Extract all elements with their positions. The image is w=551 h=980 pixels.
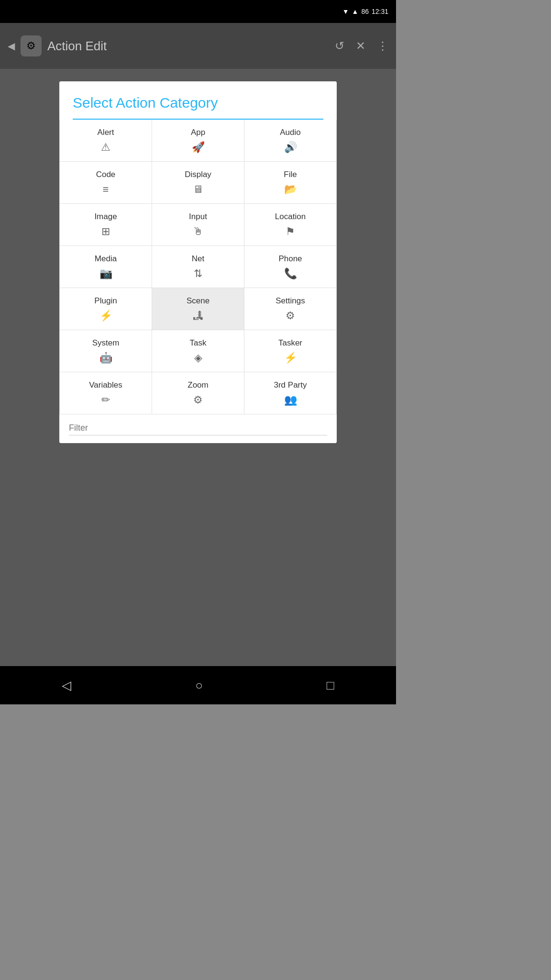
category-grid: Alert⚠App🚀Audio🔊Code≡Display🖥File📂Image⊞… xyxy=(59,120,337,414)
category-cell-app[interactable]: App🚀 xyxy=(152,120,244,162)
category-label: Alert xyxy=(98,128,114,137)
category-label: Location xyxy=(275,212,306,222)
input-icon: 🖱 xyxy=(193,225,203,238)
alert-icon: ⚠ xyxy=(101,141,110,154)
audio-icon: 🔊 xyxy=(284,141,297,154)
category-label: Phone xyxy=(278,254,302,264)
category-cell-code[interactable]: Code≡ xyxy=(60,162,152,204)
app-icon: ⚙ xyxy=(21,35,42,56)
time-label: 12:31 xyxy=(372,8,388,15)
category-cell-net[interactable]: Net⇅ xyxy=(152,246,244,288)
category-label: Plugin xyxy=(94,296,117,306)
signal-icon: ▲ xyxy=(352,8,359,15)
scene-icon: 🏞 xyxy=(193,310,203,322)
category-label: System xyxy=(92,338,120,348)
category-label: App xyxy=(191,128,205,137)
category-label: Code xyxy=(96,170,116,179)
category-cell-3rd-party[interactable]: 3rd Party👥 xyxy=(244,372,337,414)
category-cell-variables[interactable]: Variables✏ xyxy=(60,372,152,414)
category-cell-alert[interactable]: Alert⚠ xyxy=(60,120,152,162)
category-label: Media xyxy=(95,254,117,264)
location-icon: ⚑ xyxy=(286,225,295,238)
category-label: Tasker xyxy=(278,338,302,348)
display-icon: 🖥 xyxy=(193,183,203,196)
wifi-icon: ▼ xyxy=(342,8,349,15)
category-cell-input[interactable]: Input🖱 xyxy=(152,204,244,246)
action-category-dialog: Select Action Category Alert⚠App🚀Audio🔊C… xyxy=(59,81,337,443)
back-icon[interactable]: ◀ xyxy=(8,40,15,52)
category-cell-system[interactable]: System🤖 xyxy=(60,330,152,372)
plugin-icon: ⚡ xyxy=(99,310,112,322)
category-label: Net xyxy=(192,254,204,264)
file-icon: 📂 xyxy=(284,183,297,196)
nav-recent-icon[interactable]: □ xyxy=(327,678,334,693)
nav-home-icon[interactable]: ○ xyxy=(195,678,203,693)
settings-icon: ⚙ xyxy=(286,310,295,322)
app-icon: 🚀 xyxy=(192,141,205,154)
status-icons: ▼ ▲ 86 12:31 xyxy=(342,8,388,15)
variables-icon: ✏ xyxy=(101,394,110,406)
nav-back-icon[interactable]: ◁ xyxy=(62,678,71,693)
dialog-header: Select Action Category xyxy=(59,81,337,120)
code-icon: ≡ xyxy=(103,183,109,196)
more-button[interactable]: ⋮ xyxy=(377,39,388,53)
dialog-title: Select Action Category xyxy=(73,95,323,111)
category-label: Settings xyxy=(276,296,305,306)
task-icon: ◈ xyxy=(194,352,202,364)
category-cell-file[interactable]: File📂 xyxy=(244,162,337,204)
close-button[interactable]: ✕ xyxy=(356,39,365,53)
category-label: Scene xyxy=(187,296,209,306)
category-cell-audio[interactable]: Audio🔊 xyxy=(244,120,337,162)
top-bar-left: ◀ ⚙ Action Edit xyxy=(8,35,335,56)
category-cell-image[interactable]: Image⊞ xyxy=(60,204,152,246)
category-cell-task[interactable]: Task◈ xyxy=(152,330,244,372)
top-bar: ◀ ⚙ Action Edit ↺ ✕ ⋮ xyxy=(0,23,396,69)
category-label: Task xyxy=(190,338,207,348)
category-label: Input xyxy=(189,212,207,222)
system-icon: 🤖 xyxy=(99,352,112,364)
nav-bar: ◁ ○ □ xyxy=(0,666,396,704)
page-title: Action Edit xyxy=(47,39,107,54)
category-cell-plugin[interactable]: Plugin⚡ xyxy=(60,288,152,330)
zoom-icon: ⚙ xyxy=(193,394,203,406)
gear-icon: ⚙ xyxy=(26,40,36,52)
category-cell-scene[interactable]: Scene🏞 xyxy=(152,288,244,330)
category-label: Variables xyxy=(89,380,122,390)
media-icon: 📷 xyxy=(99,267,112,280)
phone-icon: 📞 xyxy=(284,267,297,280)
category-label: Zoom xyxy=(187,380,208,390)
category-label: Display xyxy=(185,170,211,179)
category-cell-display[interactable]: Display🖥 xyxy=(152,162,244,204)
image-icon: ⊞ xyxy=(101,225,110,238)
refresh-button[interactable]: ↺ xyxy=(335,39,344,53)
category-cell-zoom[interactable]: Zoom⚙ xyxy=(152,372,244,414)
category-cell-phone[interactable]: Phone📞 xyxy=(244,246,337,288)
category-label: Image xyxy=(94,212,117,222)
top-bar-actions: ↺ ✕ ⋮ xyxy=(335,39,388,53)
tasker-icon: ⚡ xyxy=(284,352,297,364)
net-icon: ⇅ xyxy=(194,267,202,280)
category-label: Audio xyxy=(280,128,300,137)
filter-area xyxy=(59,414,337,443)
category-cell-location[interactable]: Location⚑ xyxy=(244,204,337,246)
status-bar: ▼ ▲ 86 12:31 xyxy=(0,0,396,23)
battery-label: 86 xyxy=(361,8,369,15)
category-cell-settings[interactable]: Settings⚙ xyxy=(244,288,337,330)
category-label: 3rd Party xyxy=(274,380,307,390)
filter-input[interactable] xyxy=(69,421,327,435)
3rd party-icon: 👥 xyxy=(284,394,297,406)
category-label: File xyxy=(284,170,297,179)
category-cell-media[interactable]: Media📷 xyxy=(60,246,152,288)
category-cell-tasker[interactable]: Tasker⚡ xyxy=(244,330,337,372)
